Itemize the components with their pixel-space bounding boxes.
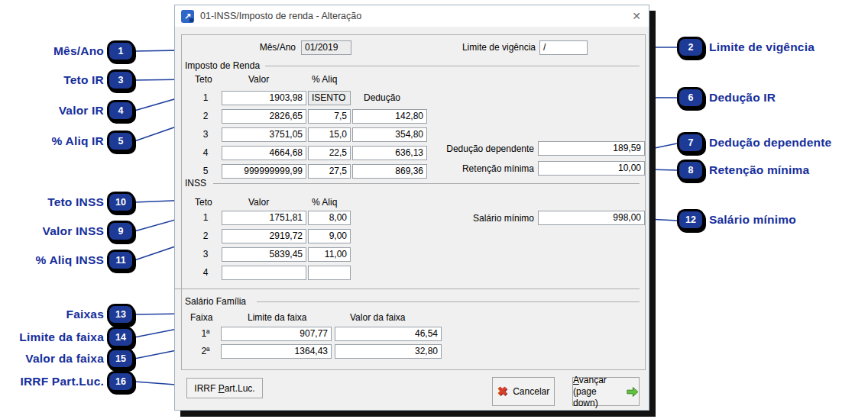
inss-col-valor: Valor: [248, 197, 269, 208]
ir-col-teto: Teto: [195, 74, 212, 85]
inss-col-aliq: % Aliq: [312, 197, 337, 208]
callout-badge-2: 2: [677, 37, 704, 58]
ir-row-3-valor[interactable]: 3751,05: [222, 127, 306, 142]
ir-col-valor: Valor: [248, 74, 269, 85]
callout-label-irrf: IRRF Part.Luc.: [0, 374, 104, 389]
retencao-minima-label: Retenção mínima: [389, 163, 534, 174]
salario-minimo-field[interactable]: 998,00: [538, 211, 645, 225]
ir-row-2-valor[interactable]: 2826,65: [222, 109, 306, 124]
callout-label-deducao-ir: Dedução IR: [709, 90, 866, 105]
callout-badge-11: 11: [107, 250, 134, 271]
ir-row-4-n: 4: [190, 147, 221, 158]
advance-arrow-icon: [627, 386, 639, 398]
callout-label-valor-inss: Valor INSS: [0, 224, 104, 239]
inss-row-3-n: 3: [190, 249, 221, 259]
inss-row-2-valor[interactable]: 2919,72: [222, 229, 306, 243]
callout-badge-10: 10: [107, 192, 134, 213]
inss-row-2-n: 2: [190, 230, 221, 241]
sf-row-1-n: 1ª: [190, 328, 221, 339]
sf-col-limite: Limite da faixa: [248, 312, 306, 323]
callout-badge-9: 9: [107, 221, 134, 242]
irrf-part-luc-button[interactable]: IRRF Part.Luc.: [186, 378, 263, 398]
callout-label-valor-faixa: Valor da faixa: [0, 351, 104, 366]
ir-row-3-aliq[interactable]: 15,0: [308, 127, 351, 142]
ir-row-1-n: 1: [190, 92, 221, 103]
deducao-dependente-field[interactable]: 189,59: [538, 141, 645, 156]
inss-row-2-aliq[interactable]: 9,00: [308, 229, 351, 243]
ir-row-3-n: 3: [190, 129, 221, 140]
limite-vigencia-label: Limite de vigência: [427, 42, 536, 53]
callout-badge-8: 8: [677, 160, 704, 181]
callout-badge-4: 4: [107, 100, 134, 121]
ir-row-5-n: 5: [190, 166, 221, 176]
ir-row-2-deducao[interactable]: 142,80: [352, 109, 427, 124]
sf-row-1-valor[interactable]: 46,54: [335, 327, 442, 341]
inss-bottom-line: [175, 288, 640, 289]
close-icon[interactable]: ✕: [632, 10, 641, 22]
connector-7: [647, 143, 677, 150]
sf-row-1-limite[interactable]: 907,77: [221, 327, 332, 341]
sf-row-2-limite[interactable]: 1364,43: [221, 344, 332, 359]
title-bar: ↗ 01-INSS/Imposto de renda - Alteração ✕: [175, 5, 649, 27]
section-line-salario-familia: [257, 301, 640, 302]
callout-label-aliq-inss: % Aliq INSS: [0, 253, 104, 268]
callout-label-salario-minimo: Salário mínimo: [709, 212, 866, 227]
inss-row-3-aliq[interactable]: 11,00: [308, 247, 351, 262]
salario-minimo-label: Salário mínimo: [389, 213, 534, 224]
callout-badge-15: 15: [107, 348, 134, 369]
callout-label-aliq-ir: % Aliq IR: [0, 134, 104, 149]
callout-badge-3: 3: [107, 69, 134, 91]
ir-row-5-aliq[interactable]: 27,5: [308, 164, 351, 179]
ir-row-1-aliq[interactable]: ISENTO: [308, 91, 351, 105]
inss-row-4-n: 4: [190, 267, 221, 278]
callout-label-limite-faixa: Limite da faixa: [0, 330, 104, 345]
callout-label-mes-ano: Mês/Ano: [0, 44, 104, 59]
callout-label-teto-ir: Teto IR: [0, 73, 104, 88]
ir-row-2-aliq[interactable]: 7,5: [308, 109, 351, 124]
mes-ano-field[interactable]: 01/2019: [301, 40, 351, 55]
callout-badge-16: 16: [107, 371, 134, 392]
callout-badge-6: 6: [677, 87, 704, 108]
deducao-dependente-label: Dedução dependente: [389, 143, 534, 154]
sf-row-2-valor[interactable]: 32,80: [335, 344, 442, 359]
ir-row-4-aliq[interactable]: 22,5: [308, 146, 351, 160]
dialog-window: ↗ 01-INSS/Imposto de renda - Alteração ✕…: [174, 5, 649, 411]
ir-row-1-valor[interactable]: 1903,98: [222, 91, 306, 105]
window-title: 01-INSS/Imposto de renda - Alteração: [200, 11, 361, 21]
callout-badge-14: 14: [107, 327, 134, 348]
callout-badge-12: 12: [677, 209, 704, 230]
callout-badge-13: 13: [107, 304, 134, 325]
ir-row-5-valor[interactable]: 999999999,99: [222, 164, 306, 179]
inss-row-1-valor[interactable]: 1751,81: [222, 211, 306, 225]
callout-label-limite-vigencia: Limite de vigência: [709, 40, 866, 55]
callout-label-faixas: Faixas: [0, 307, 104, 322]
inss-row-4-valor[interactable]: [222, 266, 306, 280]
inss-row-3-valor[interactable]: 5839,45: [222, 247, 306, 262]
cancelar-button[interactable]: ✖ Cancelar: [492, 377, 555, 406]
section-title-inss: INSS: [183, 178, 209, 189]
section-line-inss: [213, 183, 640, 184]
sf-col-faixa: Faixa: [190, 312, 212, 323]
deducao-label: Dedução: [364, 92, 400, 103]
section-title-salario-familia: Salário Família: [183, 296, 248, 307]
callout-label-teto-inss: Teto INSS: [0, 195, 104, 210]
inss-col-teto: Teto: [195, 197, 212, 208]
callout-label-valor-ir: Valor IR: [0, 103, 104, 118]
callout-label-deducao-dependente: Dedução dependente: [709, 135, 866, 150]
callout-badge-7: 7: [677, 132, 704, 153]
callout-label-retencao-minima: Retenção mínima: [709, 163, 866, 178]
ir-row-3-deducao[interactable]: 354,80: [352, 127, 427, 142]
avancar-button[interactable]: Avançar (page down): [572, 377, 640, 406]
ir-row-4-valor[interactable]: 4664,68: [222, 146, 306, 160]
limite-vigencia-field[interactable]: /: [539, 40, 588, 55]
retencao-minima-field[interactable]: 10,00: [538, 161, 645, 176]
mes-ano-label: Mês/Ano: [221, 42, 296, 53]
inss-row-4-aliq[interactable]: [308, 266, 351, 280]
inss-row-1-aliq[interactable]: 8,00: [308, 211, 351, 225]
sf-col-valor: Valor da faixa: [350, 312, 406, 323]
connector-8: [647, 169, 677, 170]
dialog-body: Mês/Ano 01/2019 Limite de vigência / Imp…: [175, 27, 649, 410]
connector-12: [647, 219, 677, 221]
inss-row-1-n: 1: [190, 212, 221, 223]
callout-badge-5: 5: [107, 131, 134, 152]
